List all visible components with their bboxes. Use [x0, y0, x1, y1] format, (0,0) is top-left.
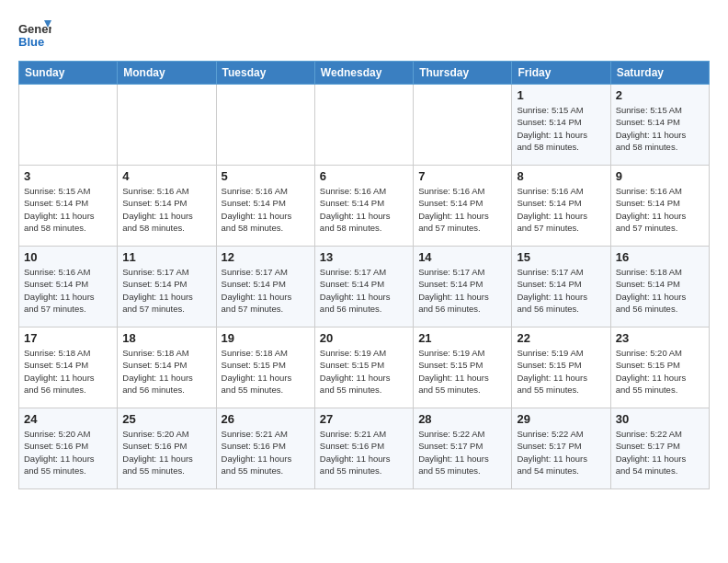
day-info: Sunrise: 5:18 AM Sunset: 5:14 PM Dayligh… [616, 266, 704, 315]
calendar-cell: 7Sunrise: 5:16 AM Sunset: 5:14 PM Daylig… [414, 166, 512, 247]
day-info: Sunrise: 5:16 AM Sunset: 5:14 PM Dayligh… [24, 266, 112, 315]
calendar-cell: 20Sunrise: 5:19 AM Sunset: 5:15 PM Dayli… [314, 327, 413, 408]
calendar-cell: 13Sunrise: 5:17 AM Sunset: 5:14 PM Dayli… [314, 247, 413, 327]
day-number: 15 [517, 250, 605, 264]
calendar-cell: 9Sunrise: 5:16 AM Sunset: 5:14 PM Daylig… [610, 166, 709, 247]
day-info: Sunrise: 5:15 AM Sunset: 5:14 PM Dayligh… [616, 104, 704, 153]
calendar-cell [118, 85, 216, 166]
day-info: Sunrise: 5:22 AM Sunset: 5:17 PM Dayligh… [616, 428, 704, 477]
calendar-cell: 17Sunrise: 5:18 AM Sunset: 5:14 PM Dayli… [19, 327, 118, 408]
day-info: Sunrise: 5:19 AM Sunset: 5:15 PM Dayligh… [517, 347, 605, 396]
day-number: 16 [616, 250, 704, 264]
calendar-cell: 21Sunrise: 5:19 AM Sunset: 5:15 PM Dayli… [414, 327, 512, 408]
day-info: Sunrise: 5:22 AM Sunset: 5:17 PM Dayligh… [418, 428, 506, 477]
day-number: 12 [222, 250, 310, 264]
day-info: Sunrise: 5:18 AM Sunset: 5:14 PM Dayligh… [122, 347, 210, 396]
day-info: Sunrise: 5:15 AM Sunset: 5:14 PM Dayligh… [24, 185, 112, 234]
day-info: Sunrise: 5:16 AM Sunset: 5:14 PM Dayligh… [122, 185, 210, 234]
day-number: 13 [320, 250, 408, 264]
calendar-cell: 26Sunrise: 5:21 AM Sunset: 5:16 PM Dayli… [216, 408, 314, 489]
day-info: Sunrise: 5:20 AM Sunset: 5:16 PM Dayligh… [122, 428, 210, 477]
day-number: 3 [24, 169, 112, 183]
calendar-cell: 11Sunrise: 5:17 AM Sunset: 5:14 PM Dayli… [118, 247, 216, 327]
calendar-cell: 1Sunrise: 5:15 AM Sunset: 5:14 PM Daylig… [512, 85, 610, 166]
calendar-cell: 6Sunrise: 5:16 AM Sunset: 5:14 PM Daylig… [314, 166, 413, 247]
calendar-cell: 3Sunrise: 5:15 AM Sunset: 5:14 PM Daylig… [19, 166, 118, 247]
day-number: 14 [418, 250, 506, 264]
calendar-cell: 4Sunrise: 5:16 AM Sunset: 5:14 PM Daylig… [118, 166, 216, 247]
day-info: Sunrise: 5:20 AM Sunset: 5:16 PM Dayligh… [24, 428, 112, 477]
logo: General Blue [18, 18, 51, 52]
day-number: 26 [222, 412, 310, 426]
day-info: Sunrise: 5:17 AM Sunset: 5:14 PM Dayligh… [517, 266, 605, 315]
calendar-cell: 16Sunrise: 5:18 AM Sunset: 5:14 PM Dayli… [610, 247, 709, 327]
weekday-header-wednesday: Wednesday [314, 62, 413, 85]
day-info: Sunrise: 5:17 AM Sunset: 5:14 PM Dayligh… [418, 266, 506, 315]
calendar-week-row: 1Sunrise: 5:15 AM Sunset: 5:14 PM Daylig… [19, 85, 710, 166]
day-number: 19 [222, 331, 310, 345]
calendar-cell: 8Sunrise: 5:16 AM Sunset: 5:14 PM Daylig… [512, 166, 610, 247]
day-info: Sunrise: 5:15 AM Sunset: 5:14 PM Dayligh… [517, 104, 605, 153]
day-number: 9 [616, 169, 704, 183]
day-info: Sunrise: 5:16 AM Sunset: 5:14 PM Dayligh… [222, 185, 310, 234]
calendar-cell: 24Sunrise: 5:20 AM Sunset: 5:16 PM Dayli… [19, 408, 118, 489]
day-info: Sunrise: 5:19 AM Sunset: 5:15 PM Dayligh… [418, 347, 506, 396]
day-number: 18 [122, 331, 210, 345]
day-info: Sunrise: 5:17 AM Sunset: 5:14 PM Dayligh… [320, 266, 408, 315]
calendar-cell: 18Sunrise: 5:18 AM Sunset: 5:14 PM Dayli… [118, 327, 216, 408]
day-info: Sunrise: 5:19 AM Sunset: 5:15 PM Dayligh… [320, 347, 408, 396]
day-number: 23 [616, 331, 704, 345]
calendar-week-row: 24Sunrise: 5:20 AM Sunset: 5:16 PM Dayli… [19, 408, 710, 489]
svg-text:Blue: Blue [18, 35, 44, 49]
calendar-cell: 28Sunrise: 5:22 AM Sunset: 5:17 PM Dayli… [414, 408, 512, 489]
day-info: Sunrise: 5:17 AM Sunset: 5:14 PM Dayligh… [222, 266, 310, 315]
day-number: 11 [122, 250, 210, 264]
day-number: 1 [517, 88, 605, 102]
day-number: 24 [24, 412, 112, 426]
weekday-header-saturday: Saturday [610, 62, 709, 85]
day-number: 6 [320, 169, 408, 183]
calendar-cell [414, 85, 512, 166]
day-number: 4 [122, 169, 210, 183]
calendar-cell: 19Sunrise: 5:18 AM Sunset: 5:15 PM Dayli… [216, 327, 314, 408]
calendar-week-row: 3Sunrise: 5:15 AM Sunset: 5:14 PM Daylig… [19, 166, 710, 247]
day-number: 28 [418, 412, 506, 426]
logo-svg: General Blue [18, 18, 51, 52]
day-number: 10 [24, 250, 112, 264]
day-number: 29 [517, 412, 605, 426]
day-number: 17 [24, 331, 112, 345]
day-number: 8 [517, 169, 605, 183]
calendar-cell: 12Sunrise: 5:17 AM Sunset: 5:14 PM Dayli… [216, 247, 314, 327]
day-info: Sunrise: 5:21 AM Sunset: 5:16 PM Dayligh… [320, 428, 408, 477]
calendar-cell: 2Sunrise: 5:15 AM Sunset: 5:14 PM Daylig… [610, 85, 709, 166]
day-info: Sunrise: 5:18 AM Sunset: 5:14 PM Dayligh… [24, 347, 112, 396]
day-info: Sunrise: 5:20 AM Sunset: 5:15 PM Dayligh… [616, 347, 704, 396]
calendar-cell: 29Sunrise: 5:22 AM Sunset: 5:17 PM Dayli… [512, 408, 610, 489]
calendar-week-row: 10Sunrise: 5:16 AM Sunset: 5:14 PM Dayli… [19, 247, 710, 327]
weekday-header-tuesday: Tuesday [216, 62, 314, 85]
calendar-cell: 10Sunrise: 5:16 AM Sunset: 5:14 PM Dayli… [19, 247, 118, 327]
day-info: Sunrise: 5:18 AM Sunset: 5:15 PM Dayligh… [222, 347, 310, 396]
day-info: Sunrise: 5:16 AM Sunset: 5:14 PM Dayligh… [517, 185, 605, 234]
day-number: 2 [616, 88, 704, 102]
day-number: 7 [418, 169, 506, 183]
calendar-cell [314, 85, 413, 166]
day-info: Sunrise: 5:21 AM Sunset: 5:16 PM Dayligh… [222, 428, 310, 477]
day-number: 30 [616, 412, 704, 426]
day-number: 27 [320, 412, 408, 426]
day-info: Sunrise: 5:16 AM Sunset: 5:14 PM Dayligh… [418, 185, 506, 234]
calendar-cell: 5Sunrise: 5:16 AM Sunset: 5:14 PM Daylig… [216, 166, 314, 247]
day-info: Sunrise: 5:17 AM Sunset: 5:14 PM Dayligh… [122, 266, 210, 315]
day-info: Sunrise: 5:22 AM Sunset: 5:17 PM Dayligh… [517, 428, 605, 477]
weekday-header-thursday: Thursday [414, 62, 512, 85]
weekday-header-friday: Friday [512, 62, 610, 85]
calendar-week-row: 17Sunrise: 5:18 AM Sunset: 5:14 PM Dayli… [19, 327, 710, 408]
page: General Blue SundayMondayTuesdayWednesda… [0, 0, 728, 504]
calendar-cell: 14Sunrise: 5:17 AM Sunset: 5:14 PM Dayli… [414, 247, 512, 327]
calendar: SundayMondayTuesdayWednesdayThursdayFrid… [18, 61, 710, 489]
header: General Blue [18, 15, 710, 52]
day-number: 5 [222, 169, 310, 183]
calendar-cell: 30Sunrise: 5:22 AM Sunset: 5:17 PM Dayli… [610, 408, 709, 489]
day-number: 21 [418, 331, 506, 345]
weekday-header-monday: Monday [118, 62, 216, 85]
